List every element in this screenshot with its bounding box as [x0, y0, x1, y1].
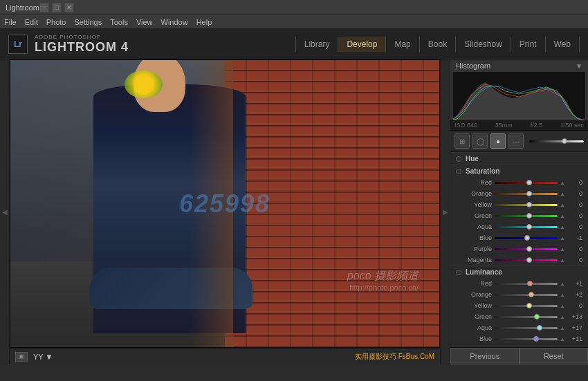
- center-area: 625998 poco 摄影频道 http://photo.poco.cn/ ▣…: [10, 59, 440, 364]
- close-button[interactable]: ✕: [64, 3, 74, 12]
- sat-purple-thumb[interactable]: [526, 246, 532, 252]
- nav-module-library[interactable]: Library: [295, 37, 339, 52]
- sat-aqua-track-container[interactable]: [495, 225, 558, 228]
- lum-red-value: +1: [569, 280, 582, 287]
- lum-yellow-arrow: ▲: [559, 302, 566, 309]
- sat-red-track: [495, 182, 558, 184]
- menu-item-photo[interactable]: Photo: [46, 18, 66, 26]
- title-bar: Lightroom ─ □ ✕: [0, 0, 588, 15]
- title-bar-text: Lightroom: [6, 3, 39, 12]
- sat-collapse-dot[interactable]: [456, 169, 461, 174]
- hue-group-header[interactable]: Hue: [450, 152, 588, 165]
- menu-item-edit[interactable]: Edit: [25, 18, 38, 26]
- sat-magenta-thumb[interactable]: [526, 257, 532, 263]
- nav-module-print[interactable]: Print: [511, 37, 546, 52]
- nav-module-book[interactable]: Book: [420, 37, 456, 52]
- sat-green-thumb[interactable]: [526, 213, 532, 219]
- sat-blue-thumb[interactable]: [524, 235, 530, 241]
- hue-collapse-dot[interactable]: [456, 156, 461, 162]
- lum-green-thumb[interactable]: [534, 314, 540, 319]
- minimize-button[interactable]: ─: [39, 3, 49, 12]
- sat-red-thumb[interactable]: [526, 180, 532, 185]
- svg-rect-1: [585, 72, 588, 120]
- sat-purple-arrow: ▲: [559, 245, 566, 252]
- filmstrip-icon[interactable]: ▣: [15, 352, 28, 362]
- lum-blue-track-container[interactable]: [495, 337, 558, 340]
- left-panel[interactable]: ◀: [0, 59, 10, 364]
- menu-item-settings[interactable]: Settings: [74, 18, 102, 26]
- photo-image: 625998 poco 摄影频道 http://photo.poco.cn/: [10, 60, 439, 347]
- tool-grid-button[interactable]: ⊞: [454, 133, 470, 149]
- bottom-info[interactable]: YY ▼: [33, 353, 53, 361]
- histogram-chevron[interactable]: ▼: [576, 62, 582, 70]
- tool-icons-row: ⊞ ◯ ● —: [450, 131, 588, 152]
- right-arrow-panel[interactable]: ▶: [440, 59, 450, 364]
- sat-yellow-track-container[interactable]: [495, 203, 558, 206]
- lum-orange-arrow: ▲: [559, 291, 566, 298]
- sat-yellow-label: Yellow: [456, 201, 492, 208]
- menu-item-file[interactable]: File: [4, 18, 17, 26]
- lum-yellow-track: [495, 305, 558, 307]
- tool-dash-button[interactable]: —: [508, 133, 524, 149]
- sat-blue-label: Blue: [456, 234, 492, 241]
- top-nav: Lr ADOBE PHOTOSHOP LIGHTROOM 4 LibraryDe…: [0, 29, 588, 59]
- nav-module-web[interactable]: Web: [546, 37, 580, 52]
- sat-orange-thumb[interactable]: [526, 191, 532, 196]
- tool-circle-button[interactable]: ◯: [472, 133, 488, 149]
- window-controls: ─ □ ✕: [39, 3, 74, 12]
- lum-collapse-dot[interactable]: [456, 270, 461, 275]
- sat-aqua-row: Aqua ▲ 0: [450, 221, 588, 232]
- nav-module-develop[interactable]: Develop: [338, 37, 386, 52]
- lum-blue-arrow: ▲: [559, 335, 566, 342]
- sat-aqua-thumb[interactable]: [526, 224, 532, 230]
- tone-slider-thumb[interactable]: [562, 138, 567, 144]
- sat-yellow-row: Yellow ▲ 0: [450, 199, 588, 210]
- lum-orange-row: Orange ▲ +2: [450, 289, 588, 300]
- sat-magenta-row: Magenta ▲ 0: [450, 254, 588, 266]
- saturation-group-header[interactable]: Saturation: [450, 165, 588, 177]
- nav-module-map[interactable]: Map: [386, 37, 419, 52]
- sat-yellow-value: 0: [569, 201, 582, 208]
- sat-blue-track-container[interactable]: [495, 236, 558, 239]
- lum-aqua-label: Aqua: [456, 324, 492, 331]
- menu-item-window[interactable]: Window: [161, 18, 188, 26]
- lum-blue-thumb[interactable]: [533, 336, 539, 342]
- menu-item-tools[interactable]: Tools: [110, 18, 128, 26]
- sat-purple-track-container[interactable]: [495, 248, 558, 250]
- lum-orange-track-container[interactable]: [495, 293, 558, 296]
- sat-green-value: 0: [569, 212, 582, 219]
- previous-button[interactable]: Previous: [450, 348, 520, 364]
- histogram-svg: [450, 72, 588, 120]
- maximize-button[interactable]: □: [52, 3, 62, 12]
- bottom-watermark: 实用摄影技巧 FsBus.CoM: [355, 352, 434, 362]
- lum-red-thumb[interactable]: [527, 281, 533, 286]
- nav-module-slideshow[interactable]: Slideshow: [456, 37, 511, 52]
- sat-aqua-label: Aqua: [456, 223, 492, 230]
- luminance-group-header[interactable]: Luminance: [450, 266, 588, 278]
- lum-red-track-container[interactable]: [495, 282, 558, 285]
- sat-magenta-arrow: ▲: [559, 257, 566, 263]
- lum-orange-thumb[interactable]: [529, 292, 534, 297]
- lum-yellow-row: Yellow ▲ 0: [450, 300, 588, 311]
- reset-button[interactable]: Reset: [520, 348, 589, 364]
- main-layout: ◀: [0, 59, 588, 364]
- lum-yellow-label: Yellow: [456, 302, 492, 309]
- lum-yellow-thumb[interactable]: [526, 303, 532, 308]
- menu-item-help[interactable]: Help: [196, 18, 212, 26]
- sat-red-arrow: ▲: [559, 179, 566, 186]
- tone-slider[interactable]: [529, 140, 584, 142]
- tool-dot-button[interactable]: ●: [490, 133, 506, 149]
- sat-red-track-container[interactable]: [495, 181, 558, 184]
- lum-aqua-thumb[interactable]: [537, 325, 542, 331]
- sat-green-track-container[interactable]: [495, 214, 558, 217]
- sat-orange-row: Orange ▲ 0: [450, 188, 588, 199]
- sat-purple-row: Purple ▲ 0: [450, 243, 588, 254]
- lum-yellow-track-container[interactable]: [495, 304, 558, 307]
- sat-magenta-track-container[interactable]: [495, 259, 558, 261]
- lum-green-track-container[interactable]: [495, 315, 558, 318]
- histogram-meta: ISO 640 35mm f/2.5 1/50 sec: [450, 120, 588, 130]
- sat-orange-track-container[interactable]: [495, 192, 558, 195]
- menu-item-view[interactable]: View: [136, 18, 153, 26]
- lum-aqua-track-container[interactable]: [495, 326, 558, 329]
- sat-yellow-thumb[interactable]: [526, 202, 532, 207]
